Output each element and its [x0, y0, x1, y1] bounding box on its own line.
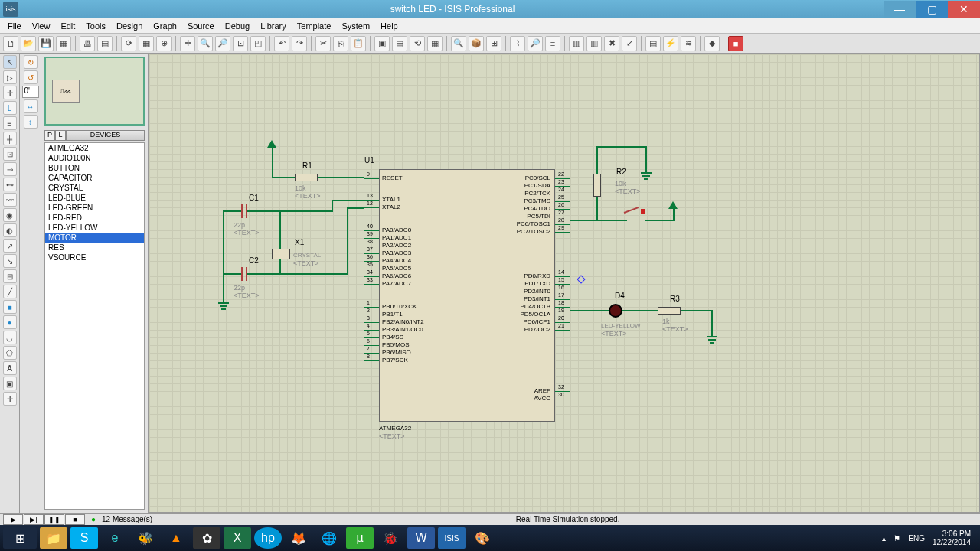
- list-item[interactable]: CRYSTAL: [45, 183, 144, 193]
- refresh-icon[interactable]: ⟳: [121, 36, 136, 51]
- flip-v-icon[interactable]: ↕: [24, 115, 38, 129]
- component-x1[interactable]: [272, 249, 290, 259]
- origin-icon[interactable]: ⊕: [156, 36, 172, 51]
- list-item[interactable]: LED-BLUE: [45, 193, 144, 203]
- line-tool-icon[interactable]: ╱: [3, 285, 17, 298]
- task-app2-icon[interactable]: ✿: [193, 527, 220, 549]
- list-item[interactable]: LED-RED: [45, 213, 144, 223]
- zoom-out-icon[interactable]: 🔎: [215, 36, 230, 51]
- list-item[interactable]: MOTOR: [45, 233, 144, 243]
- menu-file[interactable]: File: [5, 20, 24, 32]
- task-hp-icon[interactable]: hp: [254, 527, 282, 549]
- marker-tool-icon[interactable]: ✛: [3, 392, 17, 406]
- rotate-ccw-icon[interactable]: ↺: [24, 70, 38, 84]
- system-tray[interactable]: ▴ ⚑ ENG 3:06 PM 12/22/2014: [882, 530, 977, 546]
- menu-debug[interactable]: Debug: [222, 20, 253, 32]
- message-count[interactable]: 12 Message(s): [102, 515, 152, 523]
- close-button[interactable]: ✕: [948, 1, 980, 18]
- pick-icon[interactable]: 🔍: [451, 36, 466, 51]
- open-icon[interactable]: 📂: [21, 36, 36, 51]
- undo-icon[interactable]: ↶: [274, 36, 289, 51]
- libraries-button[interactable]: L: [55, 130, 66, 141]
- menu-help[interactable]: Help: [377, 20, 401, 32]
- script-tool-icon[interactable]: ≡: [3, 116, 17, 130]
- play-button[interactable]: ▶: [3, 514, 23, 525]
- cut-icon[interactable]: ✂: [315, 36, 331, 51]
- list-item[interactable]: BUTTON: [45, 163, 144, 173]
- list-item[interactable]: ATMEGA32: [45, 143, 144, 153]
- copy-icon[interactable]: ⎘: [333, 36, 348, 51]
- paste-icon[interactable]: 📋: [351, 36, 366, 51]
- menu-tools[interactable]: Tools: [83, 20, 109, 32]
- package-icon[interactable]: 📦: [469, 36, 484, 51]
- wire-autoroute-icon[interactable]: ⌇: [510, 36, 525, 51]
- tape-tool-icon[interactable]: ◉: [3, 208, 17, 222]
- prop-icon[interactable]: ≡: [545, 36, 560, 51]
- rotate-cw-icon[interactable]: ↻: [24, 55, 38, 69]
- probe-i-icon[interactable]: ↘: [3, 254, 17, 268]
- grid-icon[interactable]: ▦: [139, 36, 154, 51]
- stop-button[interactable]: ■: [65, 514, 85, 525]
- label-tool-icon[interactable]: L: [3, 101, 17, 115]
- subcircuit-tool-icon[interactable]: ⊡: [3, 147, 17, 161]
- terminal-tool-icon[interactable]: ⊸: [3, 162, 17, 176]
- menu-design[interactable]: Design: [113, 20, 145, 32]
- overview-window[interactable]: ⎍ᨐ: [44, 57, 145, 126]
- component-r2[interactable]: [593, 174, 601, 197]
- task-word-icon[interactable]: W: [407, 527, 435, 549]
- print-area-icon[interactable]: ▤: [97, 36, 113, 51]
- circle-tool-icon[interactable]: ●: [3, 315, 17, 329]
- angle-box[interactable]: 0': [22, 86, 39, 98]
- zoom-in-icon[interactable]: 🔍: [198, 36, 213, 51]
- pin-tool-icon[interactable]: ⊷: [3, 178, 17, 191]
- save-icon[interactable]: 💾: [38, 36, 54, 51]
- block-copy-icon[interactable]: ▣: [374, 36, 390, 51]
- component-button[interactable]: [624, 212, 639, 214]
- list-item[interactable]: AUDIO100N: [45, 153, 144, 163]
- symbol-tool-icon[interactable]: ▣: [3, 377, 17, 390]
- task-skype-icon[interactable]: S: [70, 527, 98, 549]
- list-item[interactable]: VSOURCE: [45, 253, 144, 262]
- component-d4[interactable]: [609, 304, 622, 318]
- menu-source[interactable]: Source: [185, 20, 217, 32]
- new-sheet-icon[interactable]: ▥: [569, 36, 584, 51]
- netlist-icon[interactable]: ≋: [681, 36, 696, 51]
- generator-tool-icon[interactable]: ◐: [3, 223, 17, 237]
- menu-graph[interactable]: Graph: [150, 20, 180, 32]
- zoom-sheet-icon[interactable]: ⤢: [622, 36, 637, 51]
- redo-icon[interactable]: ↷: [292, 36, 307, 51]
- task-paint-icon[interactable]: 🎨: [469, 527, 496, 549]
- task-utorrent-icon[interactable]: µ: [346, 527, 374, 549]
- device-list[interactable]: ATMEGA32 AUDIO100N BUTTON CAPACITOR CRYS…: [44, 142, 145, 510]
- power-terminal[interactable]: [668, 201, 678, 209]
- list-item[interactable]: LED-YELLOW: [45, 223, 144, 233]
- exit-sheet-icon[interactable]: ✖: [604, 36, 619, 51]
- tray-action-icon[interactable]: ⚑: [893, 534, 900, 543]
- start-button[interactable]: ⊞: [3, 527, 37, 549]
- tray-time[interactable]: 3:06 PM: [933, 530, 971, 538]
- tray-lang[interactable]: ENG: [908, 534, 925, 543]
- menu-view[interactable]: View: [29, 20, 54, 32]
- task-excel-icon[interactable]: X: [224, 527, 251, 549]
- ares-icon[interactable]: ◆: [704, 36, 720, 51]
- graph-tool-icon[interactable]: 〰: [3, 193, 17, 207]
- bus-tool-icon[interactable]: ╪: [3, 132, 17, 145]
- area-icon[interactable]: ▦: [56, 36, 71, 51]
- bom-icon[interactable]: ▤: [645, 36, 661, 51]
- decomp-icon[interactable]: ⊞: [486, 36, 501, 51]
- schematic-canvas[interactable]: U1 ATMEGA32 <TEXT> 160,190,200,230,240,2…: [149, 54, 980, 513]
- arc-tool-icon[interactable]: ◡: [3, 331, 17, 344]
- instrument-tool-icon[interactable]: ⊟: [3, 269, 17, 283]
- zoom-all-icon[interactable]: ⊡: [233, 36, 248, 51]
- task-chrome-icon[interactable]: 🌐: [315, 527, 343, 549]
- select-tool-icon[interactable]: ↖: [3, 55, 17, 69]
- pick-devices-button[interactable]: P: [44, 130, 55, 141]
- path-tool-icon[interactable]: ⬠: [3, 346, 17, 360]
- component-r3[interactable]: [658, 307, 681, 315]
- del-sheet-icon[interactable]: ▥: [586, 36, 602, 51]
- center-icon[interactable]: ✛: [180, 36, 195, 51]
- erc-icon[interactable]: ⚡: [663, 36, 678, 51]
- new-icon[interactable]: 🗋: [3, 36, 18, 51]
- probe-v-icon[interactable]: ↗: [3, 239, 17, 253]
- block-rotate-icon[interactable]: ⟲: [410, 36, 425, 51]
